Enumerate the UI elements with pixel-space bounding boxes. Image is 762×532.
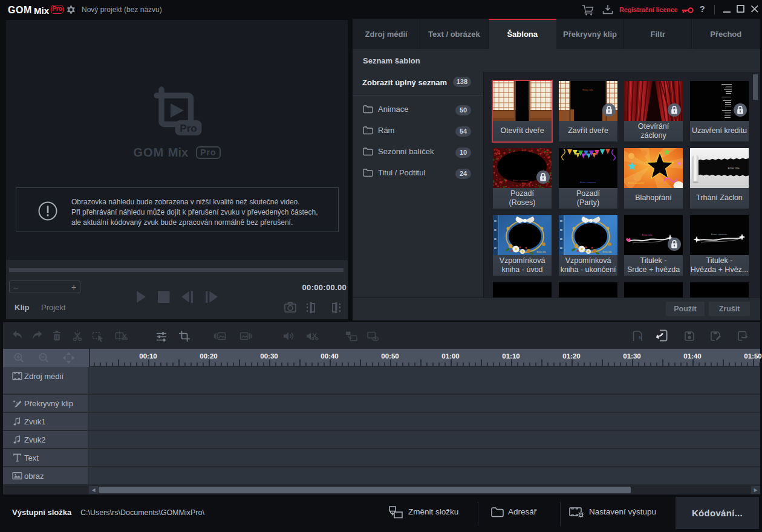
svg-text:Enter title: Enter title — [642, 233, 653, 236]
svg-text:Enter contents: Enter contents — [580, 181, 596, 184]
svg-text:Enter title: Enter title — [602, 251, 611, 253]
svg-text:Pro: Pro — [180, 123, 197, 134]
svg-text:Enter contents: Enter contents — [513, 179, 529, 182]
svg-text:N: N — [639, 335, 642, 340]
svg-text:Enter contents: Enter contents — [711, 233, 727, 236]
svg-text:Enter title: Enter title — [582, 88, 593, 91]
svg-text:Enter title: Enter title — [536, 251, 545, 253]
svg-text:Enter contents!: Enter contents! — [628, 181, 645, 184]
svg-text:Enter title: Enter title — [728, 167, 740, 170]
